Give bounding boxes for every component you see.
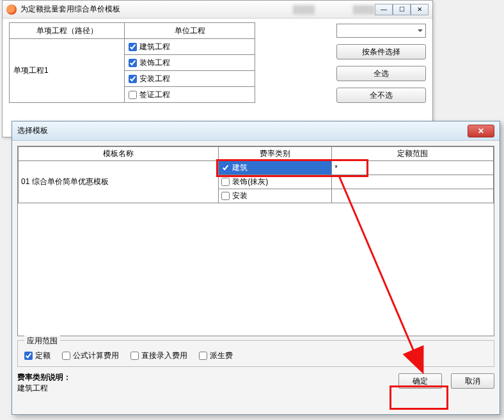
rate-label: 装饰(抹灰) <box>232 176 268 187</box>
unit-label: 安装工程 <box>139 74 170 84</box>
blurred-toolbar: ████████ <box>165 3 375 17</box>
col-header-path: 单项工程（路径） <box>10 23 125 39</box>
rate-checkbox[interactable] <box>221 164 230 172</box>
unit-checkbox[interactable] <box>129 43 137 51</box>
scope-groupbox: 应用范围 定额 公式计算费用 直接录入费用 派生费 <box>17 340 494 367</box>
scope-option[interactable]: 定额 <box>24 350 51 361</box>
rate-desc-title: 费率类别说明： <box>17 372 398 383</box>
rate-desc-text: 建筑工程 <box>17 383 398 394</box>
scope-label: 派生费 <box>210 350 233 361</box>
maximize-button[interactable]: ☐ <box>393 4 411 15</box>
unit-label: 签证工程 <box>139 89 170 100</box>
scope-label: 定额 <box>35 350 51 361</box>
main-body: 单项工程（路径） 单位工程 单项工程1 建筑工程 装饰工程 安装工程 签证工程 … <box>3 19 432 107</box>
main-window: 为定额批量套用综合单价模板 ████████ — ☐ ✕ 单项工程（路径） 单位… <box>2 0 433 137</box>
unit-label: 装饰工程 <box>139 58 170 68</box>
unit-checkbox[interactable] <box>129 59 137 67</box>
scope-option[interactable]: 派生费 <box>199 350 233 361</box>
scope-option[interactable]: 公式计算费用 <box>62 350 119 361</box>
scope-label: 直接录入费用 <box>141 350 187 361</box>
dialog-titlebar: 选择模板 ✕ <box>12 121 500 141</box>
scope-cell <box>332 189 494 203</box>
rate-label: 建筑 <box>232 162 248 173</box>
scope-checkbox[interactable] <box>62 352 70 360</box>
dialog-title: 选择模板 <box>17 125 468 136</box>
scope-cell: * <box>332 161 494 175</box>
select-all-button[interactable]: 全选 <box>336 66 426 81</box>
select-none-button[interactable]: 全不选 <box>336 88 426 103</box>
select-template-dialog: 选择模板 ✕ 模板名称 费率类别 定额范围 01 综合单价简单优惠模板 建筑 *… <box>12 121 500 415</box>
scope-option[interactable]: 直接录入费用 <box>130 350 187 361</box>
filter-combo[interactable] <box>336 24 426 38</box>
scope-group-title: 应用范围 <box>24 336 60 346</box>
unit-checkbox[interactable] <box>129 91 137 99</box>
scope-cell <box>332 175 494 189</box>
minimize-button[interactable]: — <box>375 4 393 15</box>
rate-checkbox[interactable] <box>221 178 230 186</box>
dialog-close-button[interactable]: ✕ <box>468 125 494 137</box>
path-cell: 单项工程1 <box>10 39 125 103</box>
window-title: 为定额批量套用综合单价模板 <box>20 4 165 15</box>
filter-button[interactable]: 按条件选择 <box>336 44 426 59</box>
template-name-cell: 01 综合单价简单优惠模板 <box>19 161 219 203</box>
dialog-body: 模板名称 费率类别 定额范围 01 综合单价简单优惠模板 建筑 * 装饰(抹灰)… <box>12 141 500 399</box>
rate-row-selected[interactable]: 01 综合单价简单优惠模板 建筑 * <box>19 161 494 175</box>
rate-label: 安装 <box>232 191 248 201</box>
col-header-rate: 费率类别 <box>219 147 332 161</box>
col-header-template-name: 模板名称 <box>19 147 219 161</box>
project-table: 单项工程（路径） 单位工程 单项工程1 建筑工程 装饰工程 安装工程 签证工程 <box>9 22 255 103</box>
col-header-unit: 单位工程 <box>125 23 255 39</box>
app-icon <box>6 4 17 15</box>
ok-button[interactable]: 确定 <box>398 373 442 389</box>
close-button[interactable]: ✕ <box>411 4 429 15</box>
scope-checkbox[interactable] <box>130 352 139 360</box>
unit-label: 建筑工程 <box>139 42 170 52</box>
scope-checkbox[interactable] <box>199 352 207 360</box>
rate-checkbox[interactable] <box>221 192 230 200</box>
col-header-scope: 定额范围 <box>332 147 494 161</box>
window-buttons: — ☐ ✕ <box>375 4 429 15</box>
template-grid: 模板名称 费率类别 定额范围 01 综合单价简单优惠模板 建筑 * 装饰(抹灰)… <box>17 146 494 336</box>
cancel-button[interactable]: 取消 <box>451 373 494 389</box>
scope-checkbox[interactable] <box>24 352 33 360</box>
titlebar: 为定额批量套用综合单价模板 ████████ — ☐ ✕ <box>3 1 432 19</box>
right-toolbar: 按条件选择 全选 全不选 <box>336 22 426 103</box>
description-row: 费率类别说明： 建筑工程 确定 取消 <box>17 372 494 394</box>
scope-label: 公式计算费用 <box>73 350 119 361</box>
unit-checkbox[interactable] <box>129 75 137 83</box>
